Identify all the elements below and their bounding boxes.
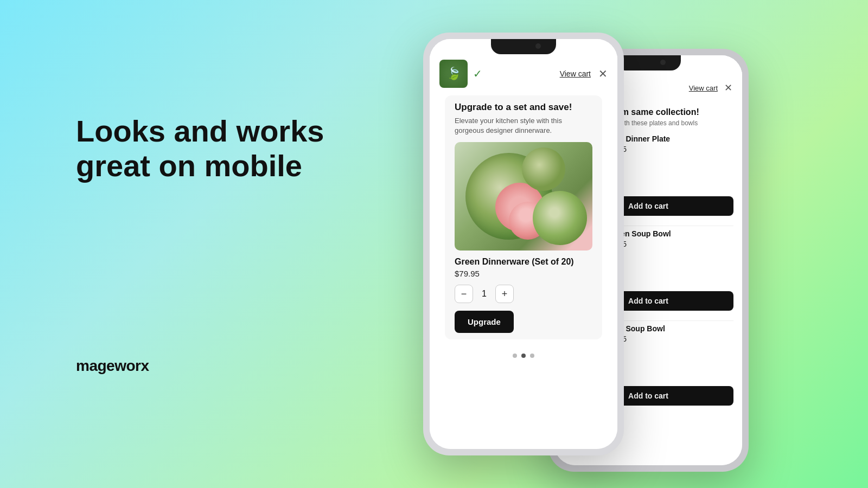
phone-1-bowl-2 <box>533 191 587 245</box>
phone-1-camera <box>535 43 541 49</box>
phone-1-card-description: Elevate your kitchen style with this gor… <box>455 116 592 136</box>
phone-2-product-1-info: Pink Dinner Plate $9.95 <box>608 134 733 172</box>
phone-1-screen: 🍃 ✓ View cart ✕ Upgrade to a set and sav… <box>430 39 617 449</box>
headline: Looks and works great on mobile <box>76 114 324 184</box>
brand-logo: mageworx <box>76 357 324 374</box>
phone-1-product-image <box>455 142 592 251</box>
phone-1-content: 🍃 ✓ View cart ✕ Upgrade to a set and sav… <box>430 39 617 449</box>
phone-1-product-name: Green Dinnerware (Set of 20) <box>455 257 592 267</box>
phone-1-dot-2 <box>521 354 526 358</box>
phone-1-checkmark-icon: ✓ <box>473 67 482 80</box>
phone-1-product-price: $79.95 <box>455 269 592 278</box>
phone-2-close-button[interactable]: ✕ <box>724 82 732 94</box>
phone-1-dots-indicator <box>430 348 617 363</box>
headline-line1: Looks and works <box>76 114 324 148</box>
phone-2-product-3-price: $8.95 <box>608 335 733 343</box>
phone-1-thumb-container: 🍃 <box>439 60 468 88</box>
phone-1-qty-increase-button[interactable]: + <box>495 285 514 303</box>
phone-1-thumb-image: 🍃 <box>439 60 468 88</box>
phone-2-view-cart-link[interactable]: View cart <box>689 84 718 92</box>
phone-2-product-2-name: Green Soup Bowl <box>608 229 733 238</box>
left-content: Looks and works great on mobile mageworx <box>76 114 324 375</box>
phone-1-qty-value: 1 <box>482 289 487 299</box>
phone-2-product-2-price: $8.95 <box>608 240 733 248</box>
phone-1-card-wrapper: Upgrade to a set and save! Elevate your … <box>430 95 617 345</box>
phone-2-product-3-info: Pink Soup Bowl $8.95 <box>608 324 733 362</box>
phone-1-dot-1 <box>513 354 517 358</box>
phone-1-card-title: Upgrade to a set and save! <box>455 102 592 113</box>
phone-1-close-button[interactable]: ✕ <box>598 67 608 80</box>
phone-1-dot-3 <box>530 354 534 358</box>
phone-1-quantity-row: − 1 + <box>455 285 592 303</box>
phone-2-notch <box>616 55 681 70</box>
phone-1: 🍃 ✓ View cart ✕ Upgrade to a set and sav… <box>423 33 624 455</box>
phone-1-view-cart-link[interactable]: View cart <box>560 69 591 78</box>
phone-2-camera <box>660 60 666 65</box>
phone-1-notch <box>491 39 556 54</box>
phone-2-product-1-name: Pink Dinner Plate <box>608 134 733 143</box>
phone-2-product-2-info: Green Soup Bowl $8.95 <box>608 229 733 267</box>
phone-1-plate-scene <box>455 142 592 251</box>
phones-container: ✓ View cart ✕ Grab more from same collec… <box>380 0 868 488</box>
phone-1-plate-small <box>522 147 565 191</box>
phone-2-product-3-name: Pink Soup Bowl <box>608 324 733 333</box>
phone-2-product-1-price: $9.95 <box>608 145 733 153</box>
phone-1-qty-decrease-button[interactable]: − <box>455 285 473 303</box>
phone-1-card: Upgrade to a set and save! Elevate your … <box>445 95 602 339</box>
phone-1-upgrade-button[interactable]: Upgrade <box>455 311 514 333</box>
headline-line2: great on mobile <box>76 149 302 183</box>
